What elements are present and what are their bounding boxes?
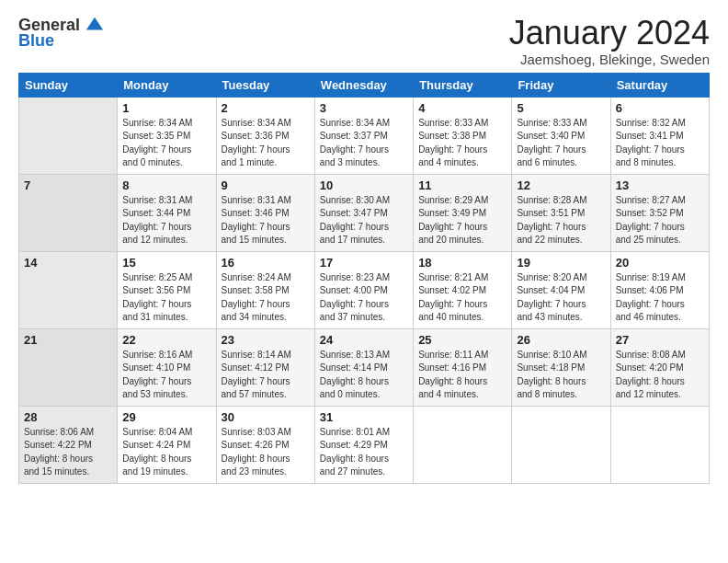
table-row: 1Sunrise: 8:34 AM Sunset: 3:35 PM Daylig…	[19, 97, 710, 174]
day-number: 1	[122, 101, 210, 115]
day-number: 11	[418, 178, 506, 192]
day-number: 5	[517, 101, 605, 115]
col-monday: Monday	[118, 73, 216, 97]
day-number: 26	[517, 333, 605, 347]
day-info: Sunrise: 8:31 AM Sunset: 3:44 PM Dayligh…	[122, 195, 192, 246]
day-info: Sunrise: 8:21 AM Sunset: 4:02 PM Dayligh…	[418, 272, 488, 323]
calendar-cell: 3Sunrise: 8:34 AM Sunset: 3:37 PM Daylig…	[314, 97, 413, 174]
calendar-cell: 31Sunrise: 8:01 AM Sunset: 4:29 PM Dayli…	[314, 406, 413, 483]
col-wednesday: Wednesday	[314, 73, 413, 97]
calendar-cell: 25Sunrise: 8:11 AM Sunset: 4:16 PM Dayli…	[414, 328, 512, 406]
calendar-cell: 9Sunrise: 8:31 AM Sunset: 3:46 PM Daylig…	[216, 174, 314, 251]
calendar-cell: 27Sunrise: 8:08 AM Sunset: 4:20 PM Dayli…	[610, 328, 709, 406]
day-number: 20	[616, 256, 704, 270]
day-number: 9	[222, 178, 310, 192]
month-title: January 2024	[509, 15, 710, 52]
calendar-cell: 4Sunrise: 8:33 AM Sunset: 3:38 PM Daylig…	[414, 97, 512, 174]
calendar-cell: 6Sunrise: 8:32 AM Sunset: 3:41 PM Daylig…	[610, 97, 709, 174]
calendar-cell: 26Sunrise: 8:10 AM Sunset: 4:18 PM Dayli…	[512, 328, 610, 406]
calendar-cell: 18Sunrise: 8:21 AM Sunset: 4:02 PM Dayli…	[414, 251, 512, 328]
calendar-cell: 22Sunrise: 8:16 AM Sunset: 4:10 PM Dayli…	[118, 328, 216, 406]
col-saturday: Saturday	[610, 73, 709, 97]
day-number: 4	[418, 101, 506, 115]
day-number: 7	[24, 178, 112, 192]
day-number: 24	[320, 333, 408, 347]
calendar-cell: 7	[19, 174, 118, 251]
day-info: Sunrise: 8:34 AM Sunset: 3:37 PM Dayligh…	[320, 118, 390, 168]
calendar-cell: 15Sunrise: 8:25 AM Sunset: 3:56 PM Dayli…	[118, 251, 216, 328]
calendar-cell: 14	[19, 251, 118, 328]
calendar-cell: 19Sunrise: 8:20 AM Sunset: 4:04 PM Dayli…	[512, 251, 610, 328]
col-thursday: Thursday	[414, 73, 512, 97]
day-number: 14	[24, 256, 112, 270]
calendar-cell	[19, 97, 118, 174]
day-info: Sunrise: 8:16 AM Sunset: 4:10 PM Dayligh…	[122, 350, 192, 400]
day-info: Sunrise: 8:04 AM Sunset: 4:24 PM Dayligh…	[122, 427, 192, 477]
day-info: Sunrise: 8:10 AM Sunset: 4:18 PM Dayligh…	[517, 350, 586, 400]
day-info: Sunrise: 8:33 AM Sunset: 3:40 PM Dayligh…	[517, 118, 586, 168]
calendar-container: General Blue January 2024 Jaemshoeg, Ble…	[0, 0, 728, 493]
day-info: Sunrise: 8:13 AM Sunset: 4:14 PM Dayligh…	[320, 350, 390, 400]
calendar-cell	[414, 406, 512, 483]
day-number: 30	[222, 410, 310, 424]
day-number: 8	[122, 178, 210, 192]
day-number: 2	[222, 101, 310, 115]
table-row: 1415Sunrise: 8:25 AM Sunset: 3:56 PM Day…	[19, 251, 710, 328]
calendar-cell: 29Sunrise: 8:04 AM Sunset: 4:24 PM Dayli…	[118, 406, 216, 483]
calendar-cell: 28Sunrise: 8:06 AM Sunset: 4:22 PM Dayli…	[19, 406, 118, 483]
day-info: Sunrise: 8:08 AM Sunset: 4:20 PM Dayligh…	[616, 350, 686, 400]
day-info: Sunrise: 8:06 AM Sunset: 4:22 PM Dayligh…	[24, 427, 94, 477]
location: Jaemshoeg, Blekinge, Sweden	[509, 52, 710, 67]
logo-icon	[85, 15, 105, 35]
day-info: Sunrise: 8:11 AM Sunset: 4:16 PM Dayligh…	[418, 350, 488, 400]
calendar-cell: 1Sunrise: 8:34 AM Sunset: 3:35 PM Daylig…	[118, 97, 216, 174]
calendar-cell: 5Sunrise: 8:33 AM Sunset: 3:40 PM Daylig…	[512, 97, 610, 174]
calendar-cell: 10Sunrise: 8:30 AM Sunset: 3:47 PM Dayli…	[314, 174, 413, 251]
day-info: Sunrise: 8:24 AM Sunset: 3:58 PM Dayligh…	[222, 272, 291, 323]
logo: General Blue	[18, 15, 105, 51]
day-info: Sunrise: 8:34 AM Sunset: 3:35 PM Dayligh…	[122, 118, 192, 168]
day-info: Sunrise: 8:01 AM Sunset: 4:29 PM Dayligh…	[320, 427, 390, 477]
day-info: Sunrise: 8:29 AM Sunset: 3:49 PM Dayligh…	[418, 195, 488, 246]
col-sunday: Sunday	[19, 73, 118, 97]
day-number: 10	[320, 178, 408, 192]
day-number: 29	[122, 410, 210, 424]
col-friday: Friday	[512, 73, 610, 97]
calendar-header-row: Sunday Monday Tuesday Wednesday Thursday…	[19, 73, 710, 97]
logo-blue-text: Blue	[18, 31, 54, 51]
day-number: 25	[418, 333, 506, 347]
calendar-cell: 13Sunrise: 8:27 AM Sunset: 3:52 PM Dayli…	[610, 174, 709, 251]
calendar-cell: 23Sunrise: 8:14 AM Sunset: 4:12 PM Dayli…	[216, 328, 314, 406]
day-info: Sunrise: 8:33 AM Sunset: 3:38 PM Dayligh…	[418, 118, 488, 168]
day-number: 21	[24, 333, 112, 347]
day-number: 28	[24, 410, 112, 424]
day-info: Sunrise: 8:03 AM Sunset: 4:26 PM Dayligh…	[222, 427, 291, 477]
day-info: Sunrise: 8:20 AM Sunset: 4:04 PM Dayligh…	[517, 272, 586, 323]
calendar-cell	[512, 406, 610, 483]
day-number: 3	[320, 101, 408, 115]
calendar-cell: 17Sunrise: 8:23 AM Sunset: 4:00 PM Dayli…	[314, 251, 413, 328]
svg-marker-0	[86, 17, 103, 30]
calendar-cell: 20Sunrise: 8:19 AM Sunset: 4:06 PM Dayli…	[610, 251, 709, 328]
calendar-cell: 16Sunrise: 8:24 AM Sunset: 3:58 PM Dayli…	[216, 251, 314, 328]
day-info: Sunrise: 8:28 AM Sunset: 3:51 PM Dayligh…	[517, 195, 586, 246]
header: General Blue January 2024 Jaemshoeg, Ble…	[18, 15, 710, 67]
day-info: Sunrise: 8:32 AM Sunset: 3:41 PM Dayligh…	[616, 118, 686, 168]
calendar-cell: 8Sunrise: 8:31 AM Sunset: 3:44 PM Daylig…	[118, 174, 216, 251]
calendar-cell	[610, 406, 709, 483]
calendar-cell: 21	[19, 328, 118, 406]
day-number: 6	[616, 101, 704, 115]
day-number: 15	[122, 256, 210, 270]
day-number: 31	[320, 410, 408, 424]
title-block: January 2024 Jaemshoeg, Blekinge, Sweden	[509, 15, 710, 67]
calendar-cell: 24Sunrise: 8:13 AM Sunset: 4:14 PM Dayli…	[314, 328, 413, 406]
calendar-cell: 12Sunrise: 8:28 AM Sunset: 3:51 PM Dayli…	[512, 174, 610, 251]
day-info: Sunrise: 8:19 AM Sunset: 4:06 PM Dayligh…	[616, 272, 686, 323]
table-row: 2122Sunrise: 8:16 AM Sunset: 4:10 PM Day…	[19, 328, 710, 406]
table-row: 28Sunrise: 8:06 AM Sunset: 4:22 PM Dayli…	[19, 406, 710, 483]
col-tuesday: Tuesday	[216, 73, 314, 97]
day-info: Sunrise: 8:30 AM Sunset: 3:47 PM Dayligh…	[320, 195, 390, 246]
calendar-cell: 11Sunrise: 8:29 AM Sunset: 3:49 PM Dayli…	[414, 174, 512, 251]
day-info: Sunrise: 8:14 AM Sunset: 4:12 PM Dayligh…	[222, 350, 291, 400]
day-number: 13	[616, 178, 704, 192]
